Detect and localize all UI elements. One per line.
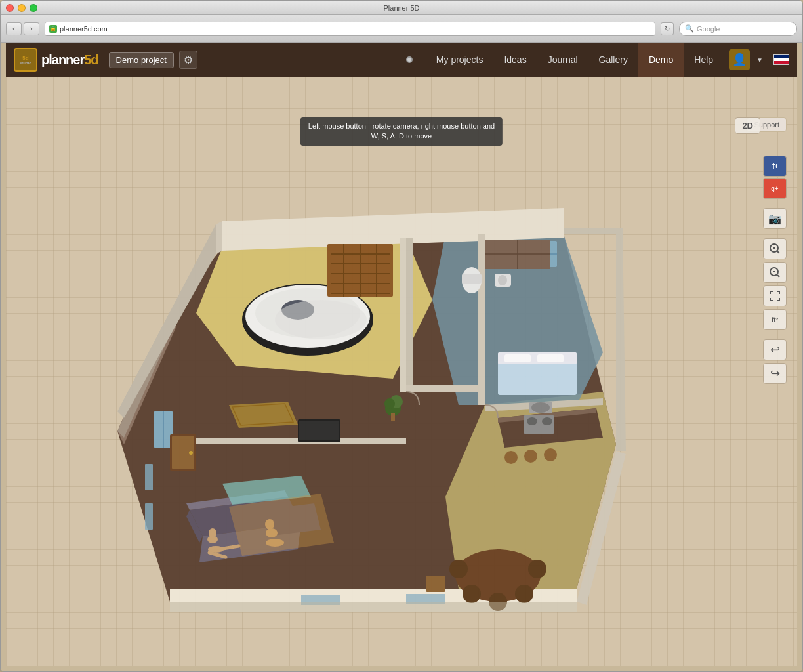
svg-point-47 [384, 398, 395, 409]
svg-rect-36 [537, 354, 564, 362]
nav-right: 👤 ▼ [729, 49, 789, 70]
zoom-in-button[interactable] [763, 238, 787, 259]
browser-chrome: ‹ › 🔒 planner5d.com ↻ 🔍 Google [1, 15, 802, 43]
tooltip-line1: Left mouse button - rotate camera, right… [308, 122, 495, 130]
svg-rect-64 [299, 421, 339, 440]
navbar: 5d studio planner5d Demo project ⚙ My pr… [6, 43, 797, 77]
svg-point-23 [275, 300, 367, 339]
tooltip: Left mouse button - rotate camera, right… [300, 117, 503, 146]
svg-point-57 [209, 528, 216, 537]
search-bar[interactable]: 🔍 Google [679, 22, 797, 36]
svg-rect-96 [145, 503, 153, 530]
logo: 5d studio planner5d [14, 48, 98, 72]
nav-ideas[interactable]: Ideas [493, 43, 537, 77]
nav-dot [406, 56, 413, 63]
svg-point-75 [527, 417, 537, 425]
svg-marker-16 [406, 385, 485, 392]
avatar[interactable]: 👤 [729, 49, 750, 70]
zoom-out-button[interactable] [763, 262, 787, 283]
svg-marker-15 [478, 234, 485, 405]
minimize-button[interactable] [18, 4, 26, 12]
window-title: Planner 5D [383, 4, 419, 12]
svg-point-83 [524, 450, 537, 463]
search-icon: 🔍 [685, 24, 694, 33]
svg-marker-14 [406, 238, 413, 392]
svg-point-84 [544, 448, 557, 461]
search-placeholder: Google [697, 25, 720, 33]
right-toolbar: ft g+ 📷 ft² [763, 156, 787, 384]
svg-point-76 [542, 417, 552, 425]
svg-point-78 [531, 402, 550, 413]
flag-icon[interactable] [773, 54, 789, 65]
lock-icon: 🔒 [49, 25, 57, 33]
nav-help[interactable]: Help [684, 43, 724, 77]
app-container: 5d studio planner5d Demo project ⚙ My pr… [6, 43, 797, 666]
undo-button[interactable]: ↩ [763, 339, 787, 360]
nav-gallery[interactable]: Gallery [588, 43, 638, 77]
logo-text: planner5d [41, 52, 98, 68]
svg-rect-86 [462, 274, 482, 284]
svg-point-69 [515, 585, 533, 603]
url-text: planner5d.com [60, 25, 108, 33]
svg-rect-48 [391, 413, 395, 421]
svg-rect-35 [504, 354, 531, 362]
social-buttons: ft g+ [763, 156, 787, 199]
title-bar-buttons [6, 4, 37, 12]
camera-button[interactable]: 📷 [763, 208, 787, 229]
svg-rect-95 [145, 464, 153, 490]
google-plus-button[interactable]: g+ [763, 178, 787, 199]
nav-demo[interactable]: Demo [638, 43, 684, 77]
floor-plan-svg [39, 116, 695, 654]
back-button[interactable]: ‹ [6, 22, 22, 35]
svg-marker-94 [170, 602, 577, 612]
svg-point-82 [504, 451, 518, 464]
svg-point-70 [528, 560, 546, 578]
svg-rect-71 [426, 576, 445, 592]
address-bar[interactable]: 🔒 planner5d.com [45, 22, 655, 36]
svg-point-88 [498, 275, 507, 285]
svg-line-100 [777, 251, 779, 253]
svg-point-67 [463, 585, 481, 603]
nav-buttons: ‹ › [6, 22, 39, 35]
close-button[interactable] [6, 4, 14, 12]
svg-marker-10 [216, 221, 222, 254]
units-button[interactable]: ft² [763, 309, 787, 330]
nav-journal[interactable]: Journal [537, 43, 588, 77]
window: Planner 5D ‹ › 🔒 planner5d.com ↻ 🔍 Googl… [0, 0, 803, 672]
svg-line-103 [777, 275, 779, 277]
nav-links: My projects Ideas Journal Gallery Demo H… [426, 43, 724, 77]
svg-marker-17 [170, 438, 406, 444]
logo-icon: 5d studio [14, 48, 37, 72]
settings-button[interactable]: ⚙ [179, 51, 197, 69]
svg-point-66 [449, 560, 468, 578]
project-name[interactable]: Demo project [109, 52, 174, 68]
title-bar: Planner 5D [1, 1, 802, 15]
2d-button[interactable]: 2D [735, 117, 760, 134]
maximize-button[interactable] [30, 4, 37, 12]
facebook-button[interactable]: ft [763, 156, 787, 177]
forward-button[interactable]: › [24, 22, 39, 35]
svg-point-44 [189, 451, 193, 455]
nav-my-projects[interactable]: My projects [426, 43, 494, 77]
canvas-area[interactable]: Left mouse button - rotate camera, right… [6, 77, 797, 666]
fullscreen-button[interactable] [763, 285, 787, 306]
tooltip-line2: W, S, A, D to move [371, 132, 432, 140]
refresh-button[interactable]: ↻ [661, 22, 674, 35]
svg-marker-13 [400, 238, 406, 392]
house-3d-view [39, 116, 695, 654]
redo-button[interactable]: ↪ [763, 363, 787, 384]
dropdown-arrow[interactable]: ▼ [756, 56, 763, 64]
